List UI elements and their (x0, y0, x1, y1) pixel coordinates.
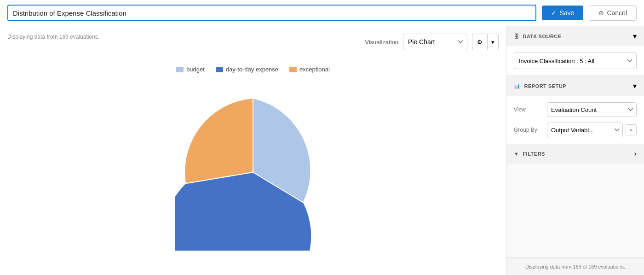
panel-footer: Displaying data from 169 of 169 evaluati… (506, 258, 644, 275)
pie-chart-container (7, 76, 499, 268)
group-by-row: Group By Output Variabl... Input Variabl… (514, 123, 637, 137)
view-row: View Evaluation Count Accuracy F1 Score (514, 102, 637, 117)
filters-section: ▼ FILTERS › (506, 144, 644, 258)
filters-header[interactable]: ▼ FILTERS › (506, 144, 644, 164)
legend-item-budget: budget (176, 66, 205, 73)
data-source-select[interactable]: Invoice Classification : 5 : All Invoice… (514, 53, 637, 69)
filter-icon: ▼ (514, 151, 519, 157)
save-button[interactable]: ✓ Save (542, 6, 583, 20)
cancel-button[interactable]: ⊘ Cancel (589, 5, 637, 21)
report-setup-body: View Evaluation Count Accuracy F1 Score … (506, 96, 644, 144)
report-setup-title: REPORT SETUP (524, 83, 567, 89)
pie-chart (175, 94, 331, 251)
report-setup-section: 📊 REPORT SETUP ▾ View Evaluation Count A… (506, 76, 644, 144)
filters-title: FILTERS (523, 151, 545, 157)
viz-controls: Visualization Pie Chart Bar Chart Line C… (365, 34, 499, 50)
close-icon: × (629, 127, 633, 134)
chart-area: Displaying data from 169 evaluations. Vi… (0, 26, 506, 275)
ban-icon: ⊘ (598, 9, 604, 17)
gear-icon: ⚙ (472, 34, 488, 50)
report-setup-header[interactable]: 📊 REPORT SETUP ▾ (506, 76, 644, 96)
group-by-clear-button[interactable]: × (626, 124, 637, 135)
legend-swatch-budget (176, 67, 184, 72)
viz-label: Visualization (365, 39, 398, 46)
legend-label-day-to-day: day-to-day expense (226, 66, 278, 73)
bar-chart-icon: 📊 (514, 83, 521, 89)
footer-text: Displaying data from 169 of 169 evaluati… (525, 264, 625, 269)
legend-swatch-exceptional (289, 67, 297, 72)
data-source-section: 🗄 DATA SOURCE ▾ Invoice Classification :… (506, 26, 644, 76)
legend-item-day-to-day: day-to-day expense (216, 66, 278, 73)
chart-legend: budget day-to-day expense exceptional (7, 66, 499, 73)
database-icon: 🗄 (514, 34, 519, 39)
view-select[interactable]: Evaluation Count Accuracy F1 Score (547, 102, 637, 117)
legend-swatch-day-to-day (216, 67, 223, 72)
right-panel: 🗄 DATA SOURCE ▾ Invoice Classification :… (506, 26, 644, 275)
filters-chevron-icon: › (634, 150, 637, 158)
top-bar: ✓ Save ⊘ Cancel (0, 0, 644, 26)
check-icon: ✓ (551, 9, 557, 17)
chart-settings-button[interactable]: ⚙ ▾ (472, 34, 499, 50)
legend-item-exceptional: exceptional (289, 66, 330, 73)
view-label: View (514, 106, 547, 113)
report-setup-chevron-icon: ▾ (633, 82, 637, 90)
chart-title-input[interactable] (7, 5, 536, 21)
data-source-header[interactable]: 🗄 DATA SOURCE ▾ (506, 26, 644, 46)
legend-label-budget: budget (186, 66, 205, 73)
data-source-body: Invoice Classification : 5 : All Invoice… (506, 46, 644, 76)
group-by-label: Group By (514, 127, 547, 133)
data-source-title: DATA SOURCE (523, 34, 562, 39)
data-source-chevron-icon: ▾ (633, 32, 637, 41)
viz-type-select[interactable]: Pie Chart Bar Chart Line Chart Table (403, 34, 467, 50)
group-by-select[interactable]: Output Variabl... Input Variable Tag (547, 123, 623, 137)
chevron-down-icon: ▾ (488, 34, 498, 50)
pie-slice-exceptional (185, 99, 253, 183)
main-layout: Displaying data from 169 evaluations. Vi… (0, 26, 644, 275)
legend-label-exceptional: exceptional (299, 66, 330, 73)
